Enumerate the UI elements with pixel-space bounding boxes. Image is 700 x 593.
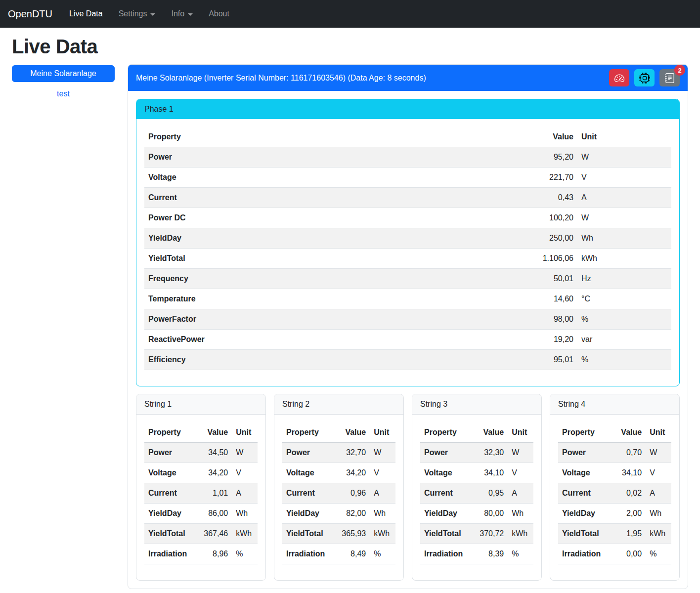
phase-card-header: Phase 1: [136, 99, 679, 119]
event-log-button[interactable]: 2: [659, 69, 680, 86]
unit-cell: V: [646, 463, 671, 483]
value-cell: 86,00: [191, 504, 232, 524]
nav-link-about[interactable]: About: [201, 5, 237, 22]
unit-cell: Wh: [232, 504, 258, 524]
column-header-value: Value: [329, 423, 370, 443]
unit-cell: kWh: [370, 524, 395, 544]
property-cell: YieldTotal: [144, 524, 191, 544]
device-info-button[interactable]: [634, 69, 655, 86]
property-cell: Voltage: [558, 463, 605, 483]
property-cell: YieldDay: [282, 504, 329, 524]
app-brand[interactable]: OpenDTU: [8, 8, 52, 20]
unit-cell: %: [577, 350, 671, 370]
property-cell: YieldDay: [558, 504, 605, 524]
column-header-value: Value: [513, 127, 577, 147]
property-cell: YieldTotal: [558, 524, 605, 544]
value-cell: 34,10: [467, 463, 508, 483]
table-row-voltage: Voltage34,20V: [144, 463, 258, 483]
nav-link-settings[interactable]: Settings: [111, 5, 164, 22]
table-row-power: Power95,20W: [144, 147, 671, 168]
nav-link-info[interactable]: Info: [163, 5, 201, 22]
journal-text-icon: [665, 73, 675, 83]
inverter-link-test[interactable]: test: [12, 89, 115, 98]
string-table: PropertyValueUnitPower34,50WVoltage34,20…: [144, 423, 258, 564]
table-header-row: PropertyValueUnit: [558, 423, 671, 443]
value-cell: 0,70: [605, 443, 646, 463]
property-cell: PowerFactor: [144, 309, 513, 330]
property-cell: Voltage: [420, 463, 467, 483]
inverter-select-button[interactable]: Meine Solaranlage: [12, 65, 115, 82]
property-cell: Irradiation: [558, 544, 605, 564]
nav-item-about: About: [201, 5, 237, 22]
unit-cell: A: [646, 483, 671, 504]
value-cell: 370,72: [467, 524, 508, 544]
table-row-yieldday: YieldDay2,00Wh: [558, 504, 671, 524]
table-row-voltage: Voltage221,70V: [144, 168, 671, 188]
nav-item-info: Info: [163, 5, 201, 22]
property-cell: Current: [144, 188, 513, 208]
value-cell: 221,70: [513, 168, 577, 188]
table-row-yieldday: YieldDay250,00Wh: [144, 228, 671, 249]
unit-cell: W: [508, 443, 533, 463]
unit-cell: W: [646, 443, 671, 463]
column-header-property: Property: [420, 423, 467, 443]
property-cell: YieldDay: [144, 504, 191, 524]
table-row-frequency: Frequency50,01Hz: [144, 269, 671, 289]
unit-cell: %: [646, 544, 671, 564]
value-cell: 19,20: [513, 330, 577, 350]
value-cell: 1,01: [191, 483, 232, 504]
table-row-power: Power32,30W: [420, 443, 533, 463]
table-row-voltage: Voltage34,20V: [282, 463, 395, 483]
value-cell: 80,00: [467, 504, 508, 524]
unit-cell: kWh: [646, 524, 671, 544]
unit-cell: Wh: [577, 228, 671, 249]
value-cell: 0,00: [605, 544, 646, 564]
unit-cell: A: [508, 483, 533, 504]
value-cell: 98,00: [513, 309, 577, 330]
chevron-down-icon: [188, 13, 193, 16]
value-cell: 100,20: [513, 208, 577, 228]
table-header-row: PropertyValueUnit: [144, 423, 258, 443]
table-header-row: PropertyValueUnit: [420, 423, 533, 443]
limit-settings-button[interactable]: [609, 69, 629, 86]
unit-cell: kWh: [508, 524, 533, 544]
property-cell: Irradiation: [282, 544, 329, 564]
property-cell: Voltage: [144, 168, 513, 188]
phase-card: Phase 1 PropertyValueUnitPower95,20WVolt…: [136, 99, 680, 386]
page-title: Live Data: [12, 36, 688, 58]
string-card-header: String 3: [412, 394, 541, 415]
property-cell: YieldTotal: [282, 524, 329, 544]
value-cell: 8,39: [467, 544, 508, 564]
unit-cell: V: [508, 463, 533, 483]
unit-cell: var: [577, 330, 671, 350]
unit-cell: W: [370, 443, 395, 463]
unit-cell: Wh: [370, 504, 395, 524]
string-card-string-1: String 1 PropertyValueUnitPower34,50WVol…: [136, 394, 266, 581]
table-row-yieldday: YieldDay80,00Wh: [420, 504, 533, 524]
property-cell: Efficiency: [144, 350, 513, 370]
inverter-card-header: Meine Solaranlage (Inverter Serial Numbe…: [128, 65, 688, 91]
table-row-yieldtotal: YieldTotal370,72kWh: [420, 524, 533, 544]
inverter-actions: 2: [609, 69, 680, 86]
table-row-yieldtotal: YieldTotal367,46kWh: [144, 524, 258, 544]
column-header-property: Property: [282, 423, 329, 443]
property-cell: Power: [282, 443, 329, 463]
value-cell: 8,96: [191, 544, 232, 564]
nav-item-settings: Settings: [111, 5, 164, 22]
value-cell: 34,20: [191, 463, 232, 483]
property-cell: Power: [420, 443, 467, 463]
property-cell: Irradiation: [420, 544, 467, 564]
unit-cell: °C: [577, 289, 671, 309]
column-header-unit: Unit: [577, 127, 671, 147]
property-cell: Temperature: [144, 289, 513, 309]
event-count-badge: 2: [674, 65, 685, 76]
column-header-value: Value: [467, 423, 508, 443]
value-cell: 34,10: [605, 463, 646, 483]
nav-link-live-data[interactable]: Live Data: [61, 5, 111, 22]
table-row-power: Power32,70W: [282, 443, 395, 463]
table-row-power-dc: Power DC100,20W: [144, 208, 671, 228]
table-row-yieldtotal: YieldTotal365,93kWh: [282, 524, 395, 544]
unit-cell: Wh: [508, 504, 533, 524]
table-row-efficiency: Efficiency95,01%: [144, 350, 671, 370]
value-cell: 1.106,06: [513, 249, 577, 269]
